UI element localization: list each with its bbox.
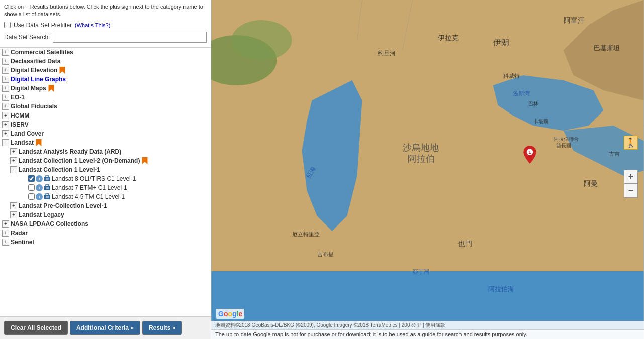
svg-text:亞丁灣: 亞丁灣 xyxy=(413,269,429,275)
landsat45-info-icon[interactable]: i xyxy=(36,193,43,200)
svg-text:1: 1 xyxy=(528,149,531,155)
tree-item-landsat-pre[interactable]: + Landsat Pre-Collection Level-1 xyxy=(0,201,211,210)
tree-item-landsat-col1-l1[interactable]: - Landsat Collection 1 Level-1 xyxy=(0,165,211,174)
google-text-e: e xyxy=(238,310,242,318)
tree-item-landsat8-oli[interactable]: i Landsat 8 OLI/TIRS C1 Level-1 xyxy=(0,174,211,183)
tree-item-digital-maps[interactable]: + Digital Maps xyxy=(0,84,211,93)
map-area[interactable]: 伊朗 伊拉克 約旦河 沙烏地地 阿拉伯 科威特 巴林 卡塔爾 阿拉伯聯合 酋長國… xyxy=(211,0,644,339)
tree-label-iserv: ISERV xyxy=(11,121,29,128)
map-notice: The up-to-date Google map is not for pur… xyxy=(211,329,644,339)
svg-text:厄立特里亞: 厄立特里亞 xyxy=(292,231,320,237)
tree-label-global-fiducials: Global Fiducials xyxy=(11,103,57,110)
expand-eo1[interactable]: + xyxy=(2,94,9,101)
svg-text:巴基斯坦: 巴基斯坦 xyxy=(594,44,620,52)
tree-item-landsat-legacy[interactable]: + Landsat Legacy xyxy=(0,210,211,219)
tree-label-landsat-legacy: Landsat Legacy xyxy=(19,211,64,218)
expand-landsat-ard[interactable]: + xyxy=(10,148,17,155)
landsat7-info-icon[interactable]: i xyxy=(36,184,43,191)
tree-item-nasa-lpdaac[interactable]: + NASA LPDAAC Collections xyxy=(0,219,211,229)
google-logo: Google xyxy=(216,309,244,319)
svg-text:阿拉伯海: 阿拉伯海 xyxy=(488,285,514,293)
expand-iserv[interactable]: + xyxy=(2,121,9,128)
expand-digital-line-graphs[interactable]: + xyxy=(2,76,9,83)
svg-marker-2 xyxy=(36,139,42,146)
results-button[interactable]: Results » xyxy=(142,321,182,335)
svg-text:伊拉克: 伊拉克 xyxy=(438,34,459,42)
tree-label-digital-maps: Digital Maps xyxy=(11,85,46,92)
expand-landsat-col1-l2[interactable]: + xyxy=(10,157,17,164)
expand-landsat-legacy[interactable]: + xyxy=(10,211,17,218)
tree-label-landsat-ard: Landsat Analysis Ready Data (ARD) xyxy=(19,148,121,155)
zoom-out-button[interactable]: − xyxy=(624,184,638,198)
tree-label-landsat7: Landsat 7 ETM+ C1 Level-1 xyxy=(52,184,127,191)
svg-rect-7 xyxy=(44,186,50,190)
expand-digital-maps[interactable]: + xyxy=(2,85,9,92)
tree-item-landsat[interactable]: - Landsat xyxy=(0,138,211,147)
whats-this-link[interactable]: (What's This?) xyxy=(75,22,110,28)
landsat45-cart-icon[interactable] xyxy=(44,193,51,200)
search-label: Data Set Search: xyxy=(4,34,50,41)
svg-text:阿拉伯聯合: 阿拉伯聯合 xyxy=(554,136,579,142)
google-text-g2: g xyxy=(232,310,237,318)
tree-label-landsat: Landsat xyxy=(11,139,34,146)
expand-nasa-lpdaac[interactable]: + xyxy=(2,220,9,228)
expand-sentinel[interactable]: + xyxy=(2,239,9,246)
svg-text:波斯灣: 波斯灣 xyxy=(513,90,530,96)
attribution-text: 地圖資料©2018 GeoBasis-DE/BKG (©2009), Googl… xyxy=(215,322,445,329)
map-person-control[interactable]: 🚶 xyxy=(624,136,638,150)
prefilter-checkbox[interactable] xyxy=(4,22,11,28)
map-notice-text: The up-to-date Google map is not for pur… xyxy=(215,331,527,337)
landsat8-info-icon[interactable]: i xyxy=(36,175,43,182)
expand-commercial-satellites[interactable]: + xyxy=(2,49,9,56)
zoom-in-button[interactable]: + xyxy=(624,170,638,184)
expand-landsat[interactable]: - xyxy=(2,139,9,146)
tree-item-iserv[interactable]: + ISERV xyxy=(0,120,211,129)
tree-item-commercial-satellites[interactable]: + Commercial Satellites xyxy=(0,48,211,57)
street-view-icon[interactable]: 🚶 xyxy=(624,136,638,150)
landsat8-checkbox[interactable] xyxy=(28,175,35,182)
landsat7-cart-icon[interactable] xyxy=(44,184,51,191)
expand-radar[interactable]: + xyxy=(2,230,9,237)
google-text-g: G xyxy=(218,310,224,318)
tree-item-digital-line-graphs[interactable]: + Digital Line Graphs xyxy=(0,75,211,84)
tree-item-landsat-col1-l2[interactable]: + Landsat Collection 1 Level-2 (On-Deman… xyxy=(0,156,211,165)
tree-item-landsat45-tm[interactable]: i Landsat 4-5 TM C1 Level-1 xyxy=(0,192,211,201)
landsat7-checkbox[interactable] xyxy=(28,184,35,191)
tree-label-nasa-lpdaac: NASA LPDAAC Collections xyxy=(11,220,88,228)
clear-all-button[interactable]: Clear All Selected xyxy=(4,321,68,335)
expand-landsat-pre[interactable]: + xyxy=(10,202,17,209)
landsat8-cb-wrap xyxy=(28,175,35,182)
tree-label-hcmm: HCMM xyxy=(11,112,29,119)
svg-text:約旦河: 約旦河 xyxy=(378,50,396,57)
bookmark-landsat-col1-l2 xyxy=(141,157,148,164)
expand-digital-elevation[interactable]: + xyxy=(2,67,9,74)
bookmark-landsat xyxy=(35,139,42,146)
tree-item-land-cover[interactable]: + Land Cover xyxy=(0,129,211,138)
expand-global-fiducials[interactable]: + xyxy=(2,103,9,110)
additional-criteria-button[interactable]: Additional Criteria » xyxy=(70,321,140,335)
expand-hcmm[interactable]: + xyxy=(2,112,9,119)
expand-declassified-data[interactable]: + xyxy=(2,58,9,65)
tree-label-radar: Radar xyxy=(11,230,28,237)
tree-item-sentinel[interactable]: + Sentinel xyxy=(0,238,211,247)
tree-item-declassified-data[interactable]: + Declassified Data xyxy=(0,57,211,66)
tree-item-hcmm[interactable]: + HCMM xyxy=(0,111,211,120)
prefilter-label: Use Data Set Prefilter xyxy=(14,22,72,29)
tree-item-digital-elevation[interactable]: + Digital Elevation xyxy=(0,66,211,75)
map-zoom-controls: + − xyxy=(624,170,638,198)
expand-landsat-col1-l1[interactable]: - xyxy=(10,166,17,173)
search-input[interactable] xyxy=(53,32,207,43)
tree-item-landsat7-etm[interactable]: i Landsat 7 ETM+ C1 Level-1 xyxy=(0,183,211,192)
tree-label-landsat-pre: Landsat Pre-Collection Level-1 xyxy=(19,202,107,209)
tree-item-landsat-ard[interactable]: + Landsat Analysis Ready Data (ARD) xyxy=(0,147,211,156)
instructions-text: Click on + Results buttons below. Click … xyxy=(4,3,207,19)
landsat8-cart-icon[interactable] xyxy=(44,175,51,182)
svg-text:伊朗: 伊朗 xyxy=(493,38,509,47)
expand-land-cover[interactable]: + xyxy=(2,130,9,137)
tree-item-global-fiducials[interactable]: + Global Fiducials xyxy=(0,102,211,111)
tree-label-declassified-data: Declassified Data xyxy=(11,58,60,65)
tree-item-eo1[interactable]: + EO-1 xyxy=(0,93,211,102)
tree-item-radar[interactable]: + Radar xyxy=(0,229,211,238)
landsat45-checkbox[interactable] xyxy=(28,193,35,200)
tree-label-landsat45: Landsat 4-5 TM C1 Level-1 xyxy=(52,193,125,200)
